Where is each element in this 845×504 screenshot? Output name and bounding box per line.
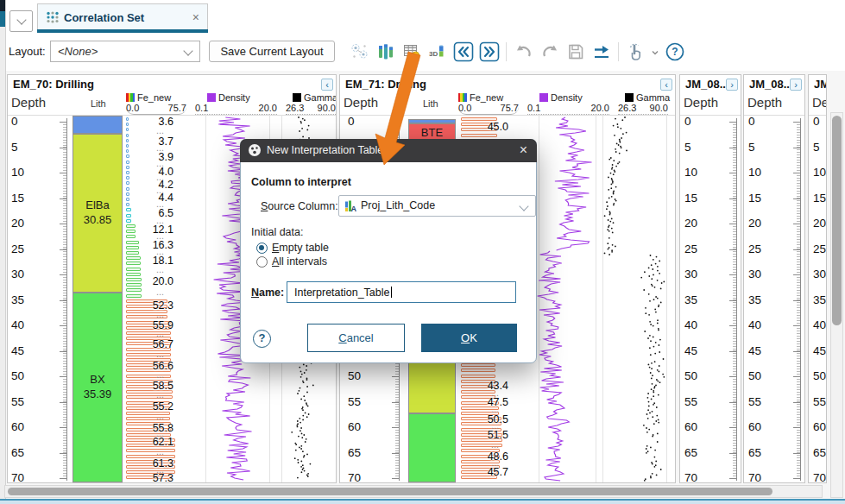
depth-major-tick bbox=[793, 300, 800, 301]
toolbar-icons: 3D bbox=[349, 39, 685, 65]
track-max: 20.0 bbox=[591, 103, 609, 113]
layout-select[interactable]: <None> bbox=[50, 41, 200, 62]
tab-list-dropdown-button[interactable] bbox=[9, 10, 33, 32]
touch-mode-icon[interactable] bbox=[625, 41, 646, 63]
fe-value-label: 3.9 bbox=[129, 151, 173, 163]
lithology-column-icon: A bbox=[344, 199, 356, 217]
depth-major-tick bbox=[793, 224, 800, 224]
cancel-button[interactable]: Cancel bbox=[307, 324, 405, 352]
tab-close-button[interactable]: × bbox=[192, 10, 199, 24]
depth-ruler-line bbox=[800, 118, 801, 481]
horizontal-scrollbar-thumb[interactable] bbox=[8, 488, 772, 495]
density-curve bbox=[538, 251, 570, 481]
depth-tick-label: 10 bbox=[684, 166, 697, 179]
depth-tick-label: 10 bbox=[748, 166, 761, 179]
depth-tick-label: 50 bbox=[684, 369, 697, 382]
touch-mode-dropdown-icon[interactable] bbox=[651, 44, 659, 60]
collapsed-left-panel-strip[interactable] bbox=[0, 0, 6, 504]
fe-value-label: 57.3 bbox=[129, 472, 173, 482]
tab-correlation-set[interactable]: Correlation Set × bbox=[37, 3, 208, 33]
depth-tick-label: 70 bbox=[813, 471, 826, 482]
depth-major-tick bbox=[729, 453, 736, 454]
save-current-layout-button[interactable]: Save Current Layout bbox=[209, 41, 335, 62]
source-column-label: Source Column: bbox=[261, 200, 338, 212]
radio-all-intervals-label[interactable]: All intervals bbox=[272, 255, 327, 268]
depth-tick-label: 25 bbox=[748, 243, 761, 255]
depth-tick-label: 5 bbox=[748, 141, 755, 154]
depth-major-tick bbox=[793, 351, 800, 352]
panel-track-header: Depth bbox=[680, 92, 741, 116]
text-caret bbox=[391, 287, 392, 298]
depth-major-tick bbox=[793, 198, 800, 199]
collapse-panel-button[interactable]: ‹ bbox=[660, 79, 672, 91]
depth-tick-label: 0 bbox=[748, 115, 755, 128]
depth-tick-label: 65 bbox=[748, 446, 761, 459]
help-icon[interactable]: ? bbox=[664, 41, 685, 63]
track-max: 20.0 bbox=[259, 103, 277, 113]
depth-major-tick bbox=[729, 173, 736, 173]
export-icon[interactable] bbox=[590, 41, 612, 63]
fe-value-label: 47.5 bbox=[463, 396, 508, 408]
name-input[interactable]: Interpretation_Table bbox=[287, 281, 516, 303]
depth-major-tick bbox=[793, 402, 800, 403]
dialog-title-bar[interactable]: New Interpretation Table × bbox=[240, 139, 537, 162]
name-label: Name: bbox=[251, 287, 284, 299]
layout-select-value: <None> bbox=[58, 45, 98, 58]
fe-value-label: 4.0 bbox=[129, 166, 173, 178]
view-3d-icon[interactable]: 3D bbox=[426, 41, 448, 63]
expand-all-columns-icon[interactable] bbox=[478, 41, 500, 63]
track-name: Gamma bbox=[636, 92, 670, 103]
chevron-down-icon bbox=[16, 15, 26, 24]
radio-empty-table-label[interactable]: Empty table bbox=[272, 242, 329, 254]
depth-tick-label: 15 bbox=[684, 192, 697, 205]
undo-icon[interactable] bbox=[513, 41, 534, 63]
vertical-scrollbar[interactable] bbox=[830, 112, 843, 498]
layout-label: Layout: bbox=[9, 45, 46, 58]
new-interpretation-table-dialog: New Interpretation Table × Column to int… bbox=[240, 139, 537, 363]
collapse-all-columns-icon[interactable] bbox=[452, 41, 474, 63]
dialog-close-button[interactable]: × bbox=[520, 142, 527, 158]
panel-track-header: Depth Lith Fe_new 0.075.7 Density 0.120.… bbox=[8, 92, 336, 116]
depth-major-tick bbox=[729, 376, 736, 377]
fe-value-label: 16.3 bbox=[129, 239, 173, 251]
correlation-network-icon[interactable] bbox=[349, 41, 370, 63]
fe-value-label: 55.9 bbox=[129, 319, 173, 331]
depth-column-header: Depth bbox=[747, 95, 782, 110]
vertical-scrollbar-thumb[interactable] bbox=[832, 116, 842, 325]
depth-major-tick bbox=[729, 427, 736, 428]
chevron-down-icon bbox=[183, 46, 192, 55]
panel-track-header: Depth bbox=[809, 92, 826, 116]
depth-tick-label: 15 bbox=[813, 192, 826, 205]
fe-value-label: 55.2 bbox=[129, 400, 173, 413]
depth-major-tick bbox=[793, 274, 800, 275]
depth-ruler-line bbox=[736, 118, 737, 481]
expand-panel-button[interactable]: › bbox=[790, 79, 802, 91]
gamma-swatch-icon bbox=[625, 93, 634, 102]
gamma-swatch-icon bbox=[293, 93, 301, 102]
radio-empty-table[interactable] bbox=[256, 243, 268, 254]
depth-tick-label: 50 bbox=[813, 369, 826, 382]
redo-icon[interactable] bbox=[539, 41, 560, 63]
radio-all-intervals[interactable] bbox=[256, 256, 268, 268]
collapse-panel-button[interactable]: ‹ bbox=[321, 79, 333, 91]
source-column-select[interactable]: A Proj_Lith_Code bbox=[338, 195, 536, 217]
window-corner-dark bbox=[0, 0, 5, 11]
fe-bar bbox=[126, 268, 141, 271]
track-min: 26.3 bbox=[286, 103, 304, 113]
svg-text:A: A bbox=[351, 205, 356, 213]
expand-panel-button[interactable]: › bbox=[726, 79, 738, 91]
ok-button[interactable]: OK bbox=[421, 324, 517, 352]
tab-bar: Correlation Set × bbox=[5, 0, 845, 34]
save-icon[interactable] bbox=[564, 41, 586, 63]
source-column-value: Proj_Lith_Code bbox=[361, 199, 435, 211]
depth-major-tick bbox=[793, 249, 800, 250]
correlation-columns-icon[interactable] bbox=[375, 41, 396, 63]
track-min: 0.0 bbox=[458, 103, 471, 113]
track-name: Fe_new bbox=[470, 92, 503, 103]
dialog-help-button[interactable]: ? bbox=[253, 330, 271, 348]
track-header-density: Density 0.120.0 bbox=[195, 92, 277, 115]
new-interpretation-table-icon[interactable] bbox=[400, 41, 422, 63]
column-to-interpret-heading: Column to interpret bbox=[251, 176, 351, 188]
horizontal-scrollbar[interactable] bbox=[4, 485, 823, 498]
fe-bar bbox=[461, 369, 495, 372]
